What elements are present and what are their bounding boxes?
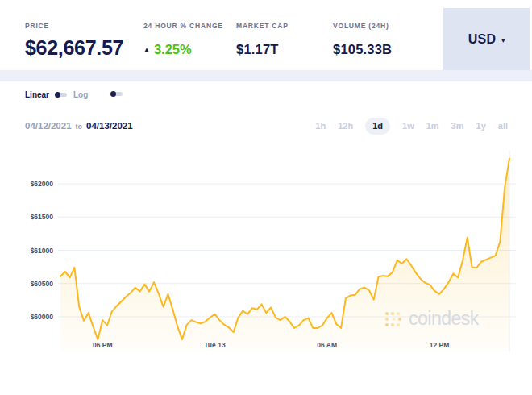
coindesk-price-widget: PRICE $62,667.57 24 HOUR % CHANGE ▲ 3.25…: [0, 0, 532, 395]
y-tick-label: $62000: [31, 180, 54, 188]
y-tick-label: $61500: [31, 213, 54, 221]
y-tick-label: $60000: [31, 313, 54, 321]
price-chart-canvas[interactable]: $62000$61500$61000$60500$6000006 PMTue 1…: [0, 0, 532, 395]
y-tick-label: $61000: [31, 247, 54, 255]
price-area: [60, 159, 509, 351]
y-tick-label: $60500: [31, 280, 54, 288]
